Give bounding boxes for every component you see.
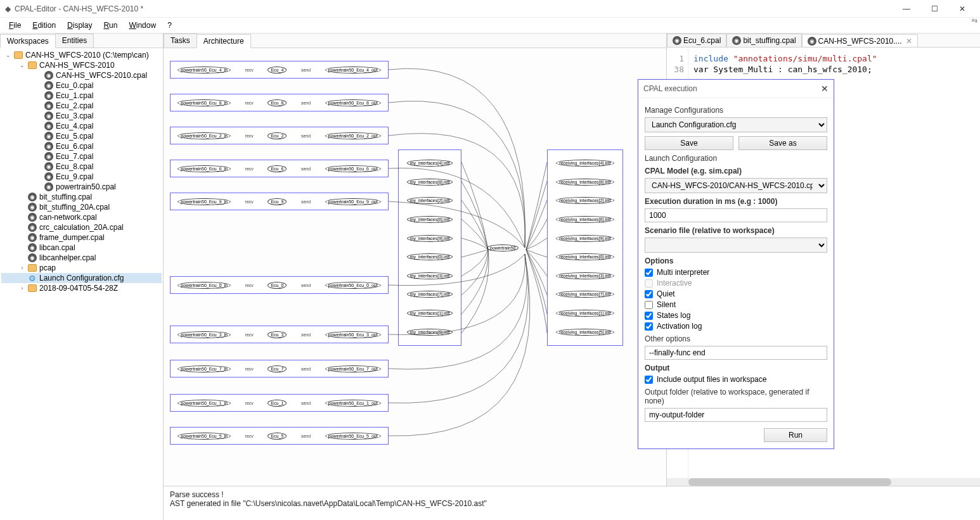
opt-quiet-checkbox[interactable]: Quiet — [645, 289, 827, 298]
run-button[interactable]: Run — [764, 428, 827, 442]
ecu-box[interactable]: powertrain50_Ecu_0_inrecv Ecu_0send powe… — [170, 276, 389, 294]
tree-file[interactable]: ◉libcanhelper.cpal — [1, 253, 162, 263]
tab-workspaces[interactable]: Workspaces — [0, 34, 56, 48]
tree-file[interactable]: ◉bit_stuffing.cpal — [1, 192, 162, 202]
cpal-icon: ◉ — [44, 172, 53, 181]
chevron-down-icon[interactable]: ⌄ — [5, 52, 11, 58]
tree-label: can-network.cpal — [39, 213, 97, 222]
ecu-box[interactable]: powertrain50_Ecu_6_inrecv Ecu_6send powe… — [170, 160, 389, 177]
tree-file[interactable]: ◉libcan.cpal — [1, 243, 162, 253]
include-output-checkbox[interactable]: Include output files in workspace — [645, 375, 827, 384]
spacer — [35, 133, 42, 139]
save-as-button[interactable]: Save as — [738, 136, 827, 150]
diagram-node: receiving_interfaces[3].intf — [556, 272, 614, 279]
ecu-box[interactable]: powertrain50_Ecu_1_inrecv Ecu_1send powe… — [170, 394, 389, 412]
close-icon[interactable]: ✕ — [906, 37, 912, 46]
diagram-node: Ecu_3 — [268, 331, 287, 338]
chevron-right-icon[interactable]: › — [19, 285, 25, 291]
tree-file[interactable]: ◉CAN-HS_WFCS-2010.cpal — [1, 70, 162, 80]
cpal-icon: ◉ — [28, 223, 37, 232]
diagram-node: powertrain50_Ecu_0_out — [325, 282, 381, 289]
tree-label: Ecu_2.cpal — [56, 101, 93, 110]
editor-tab-ecu6[interactable]: ◉ Ecu_6.cpal — [667, 34, 726, 47]
close-window-button[interactable]: ✕ — [950, 2, 975, 16]
tree-folder-timestamp[interactable]: › 2018-09-04T05-54-28Z — [1, 283, 162, 293]
opt-states-checkbox[interactable]: States log — [645, 311, 827, 320]
manage-config-select[interactable]: Launch Configuration.cfg — [645, 117, 827, 132]
tree-file[interactable]: ◉powertrain50.cpal — [1, 182, 162, 192]
output-folder-input[interactable] — [645, 408, 827, 422]
tree-project-folder[interactable]: ⌄ CAN-HS_WFCS-2010 — [1, 60, 162, 70]
menu-edition[interactable]: Edition — [27, 20, 61, 31]
menu-run[interactable]: Run — [98, 20, 122, 31]
diagram-node: powertrain50_Ecu_3_out — [325, 331, 381, 338]
ecu-box[interactable]: powertrain50_Ecu_9_inrecv Ecu_9send powe… — [170, 193, 389, 210]
tree-file[interactable]: ◉crc_calculation_20A.cpal — [1, 222, 162, 232]
menu-help[interactable]: ? — [162, 20, 177, 31]
tree-file[interactable]: ◉Ecu_5.cpal — [1, 131, 162, 141]
tree-folder-pcap[interactable]: › pcap — [1, 263, 162, 273]
powertrain50-node[interactable]: powertrain50 — [487, 244, 519, 251]
opt-interactive-checkbox[interactable]: Interactive — [645, 279, 827, 288]
diagram-node: powertrain50_Ecu_0_in — [177, 282, 231, 289]
chevron-right-icon[interactable]: › — [19, 265, 25, 271]
editor-tab-canhs[interactable]: ◉ CAN-HS_WFCS-2010.... ✕ — [802, 34, 918, 48]
tree-file[interactable]: ◉Ecu_1.cpal — [1, 91, 162, 101]
architecture-diagram[interactable]: powertrain50_Ecu_4_inrecv Ecu_4send powe… — [164, 48, 666, 486]
tree-label: libcanhelper.cpal — [39, 253, 96, 262]
maximize-button[interactable]: ☐ — [922, 2, 947, 16]
scroll-thumb[interactable] — [688, 478, 891, 486]
chevron-down-icon[interactable]: ⌄ — [19, 62, 25, 68]
tree-file[interactable]: ◉Ecu_3.cpal — [1, 111, 162, 121]
other-options-input[interactable] — [645, 346, 827, 360]
tree-file[interactable]: ◉Ecu_6.cpal — [1, 141, 162, 151]
opt-activation-checkbox[interactable]: Activation log — [645, 322, 827, 331]
tree-file[interactable]: ◉bit_stuffing_20A.cpal — [1, 202, 162, 212]
tab-architecture[interactable]: Architecture — [197, 34, 251, 48]
opt-silent-checkbox[interactable]: Silent — [645, 300, 827, 309]
horizontal-scrollbar[interactable] — [667, 478, 980, 486]
interface-group-recv[interactable]: receiving_interfaces[4].intf receiving_i… — [547, 149, 623, 346]
tree-label: Ecu_9.cpal — [56, 172, 93, 181]
tree-file[interactable]: ◉Ecu_9.cpal — [1, 172, 162, 182]
tab-tasks[interactable]: Tasks — [164, 34, 197, 48]
editor-tabs: ◉ Ecu_6.cpal ◉ bit_stuffing.cpal ◉ CAN-H… — [667, 34, 980, 48]
spacer — [35, 72, 42, 79]
output-folder-label: Output folder (relative to workspace, ge… — [645, 388, 827, 405]
duration-input[interactable] — [645, 208, 827, 222]
tree-file[interactable]: ◉Ecu_2.cpal — [1, 101, 162, 111]
tree-file[interactable]: ◉frame_dumper.cpal — [1, 232, 162, 243]
menu-display[interactable]: Display — [62, 20, 97, 31]
interface-group-my[interactable]: my_interfaces[4].intf my_interfaces[8].i… — [398, 149, 461, 346]
close-icon[interactable]: ✕ — [821, 84, 828, 94]
tree-file[interactable]: ◉Ecu_7.cpal — [1, 151, 162, 162]
cpal-icon: ◉ — [44, 71, 53, 80]
ecu-box[interactable]: powertrain50_Ecu_2_inrecv Ecu_2send powe… — [170, 127, 389, 144]
ecu-box[interactable]: powertrain50_Ecu_7_inrecv Ecu_7send powe… — [170, 360, 389, 377]
ecu-box[interactable]: powertrain50_Ecu_8_inrecv Ecu_8send powe… — [170, 94, 389, 111]
spacer — [35, 153, 42, 160]
minimize-button[interactable]: — — [894, 2, 919, 16]
menu-file[interactable]: File — [4, 20, 26, 31]
tree-launch-config[interactable]: ⚙ Launch Configuration.cfg — [1, 273, 162, 283]
editor-tab-bitstuffing[interactable]: ◉ bit_stuffing.cpal — [726, 34, 801, 47]
tree-root[interactable]: ⌄ CAN-HS_WFCS-2010 (C:\temp\can) — [1, 50, 162, 60]
scenario-select[interactable] — [645, 238, 827, 253]
diagram-node: Ecu_2 — [268, 132, 287, 139]
cpal-model-select[interactable]: CAN-HS_WFCS-2010/CAN-HS_WFCS-2010.cpal — [645, 178, 827, 193]
ecu-box[interactable]: powertrain50_Ecu_5_inrecv Ecu_5send powe… — [170, 427, 389, 445]
ecu-box[interactable]: powertrain50_Ecu_3_inrecv Ecu_3send powe… — [170, 326, 389, 343]
cpal-icon: ◉ — [44, 111, 53, 120]
cpal-execution-dialog: CPAL execution ✕ Manage Configurations L… — [638, 79, 834, 449]
spacer — [19, 275, 25, 281]
save-button[interactable]: Save — [645, 136, 733, 150]
spacer — [35, 174, 42, 180]
menu-window[interactable]: Window — [124, 20, 161, 31]
tree-file[interactable]: ◉Ecu_8.cpal — [1, 162, 162, 172]
ecu-box[interactable]: powertrain50_Ecu_4_inrecv Ecu_4send powe… — [170, 61, 389, 79]
tree-file[interactable]: ◉can-network.cpal — [1, 212, 162, 222]
opt-multi-checkbox[interactable]: Multi interpreter — [645, 268, 827, 277]
tab-entities[interactable]: Entities — [55, 34, 94, 48]
tree-file[interactable]: ◉Ecu_4.cpal — [1, 121, 162, 131]
tree-file[interactable]: ◉Ecu_0.cpal — [1, 80, 162, 91]
